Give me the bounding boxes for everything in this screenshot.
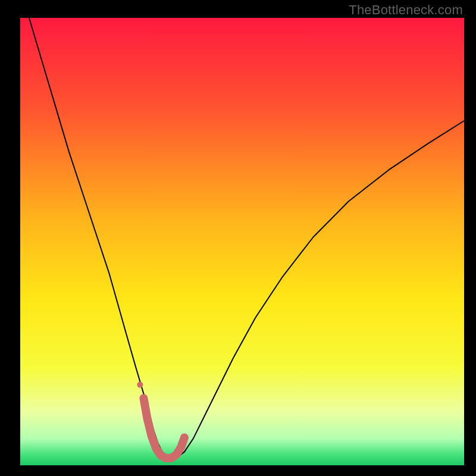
plot-background	[20, 18, 464, 465]
highlight-dot	[137, 382, 143, 388]
chart-frame: TheBottleneck.com	[0, 0, 476, 476]
bottleneck-chart	[0, 0, 476, 476]
